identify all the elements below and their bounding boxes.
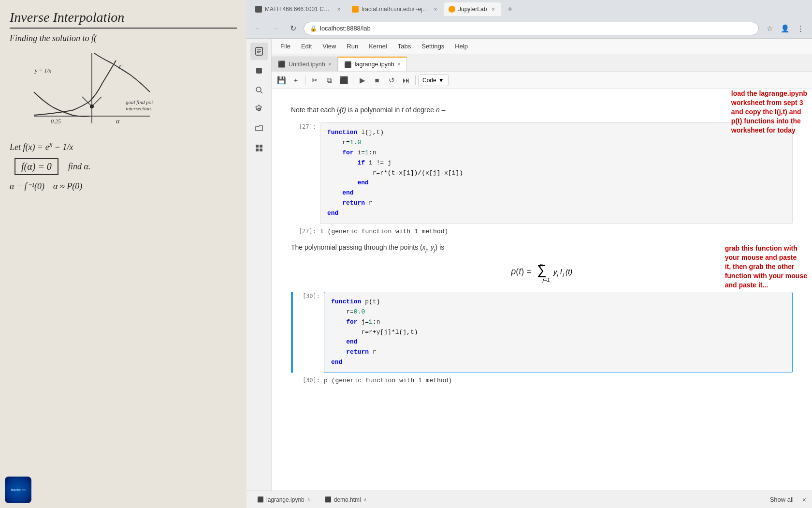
reload-button[interactable]: ↻ <box>286 22 300 35</box>
bookmark-button[interactable]: ☆ <box>763 22 776 35</box>
svg-point-16 <box>256 87 261 92</box>
bottom-tab-lagrange-arrow: ∧ <box>307 497 310 502</box>
svg-rect-18 <box>256 145 259 148</box>
menu-file[interactable]: File <box>276 41 295 52</box>
graph-svg: 0.25 α y = 1/x y= goal find poi intersec… <box>24 48 160 126</box>
active-cell-bar <box>291 292 293 373</box>
svg-rect-15 <box>256 68 262 74</box>
toolbar-add-button[interactable]: + <box>289 74 303 87</box>
bottom-bar: ⬛ lagrange.ipynb ∧ ⬛ demo.html ∧ Show al… <box>246 491 812 508</box>
toolbar-stop-button[interactable]: ■ <box>370 74 384 87</box>
sidebar-search-icon[interactable] <box>250 81 268 99</box>
svg-text:n: n <box>540 262 543 268</box>
menu-edit[interactable]: Edit <box>296 41 317 52</box>
formula-svg: ∑ j=1 n y j l j (t) <box>534 260 573 284</box>
toolbar-cut-button[interactable]: ✂ <box>308 74 321 87</box>
cell-27-number: [27]: <box>291 122 320 132</box>
sidebar-extensions-icon[interactable] <box>250 139 268 157</box>
tab-math-label: MATH 466.666.1001 Comb... <box>265 6 333 13</box>
menu-tabs[interactable]: Tabs <box>393 41 416 52</box>
cell-30-output-row: [30]: p (generic function with 1 method) <box>291 376 793 385</box>
menu-view[interactable]: View <box>318 41 341 52</box>
jupyter-menubar: File Edit View Run Kernel Tabs Settings … <box>272 39 812 54</box>
wb-finding: Finding the solution to f( <box>10 33 237 44</box>
toolbar-save-button[interactable]: 💾 <box>275 74 288 87</box>
annotation-top-right: load the lagrange.ipynb worksheet from s… <box>731 89 807 134</box>
sidebar-files-icon[interactable] <box>250 43 268 60</box>
svg-line-17 <box>261 91 262 93</box>
wb-box1: f(α) = 0 <box>14 158 58 175</box>
nb-tab-lagrange[interactable]: ⬛ lagrange.ipynb × <box>338 57 407 71</box>
annotation-middle-right: grab this function with your mouse and p… <box>725 244 807 289</box>
bottom-tab-lagrange-label: lagrange.ipynb <box>266 496 304 503</box>
show-all-button[interactable]: Show all <box>766 494 798 505</box>
graph-area: 0.25 α y = 1/x y= goal find poi intersec… <box>24 48 169 135</box>
tab-math-close[interactable]: × <box>335 6 342 13</box>
toolbar-separator-2 <box>353 75 353 85</box>
browser-titlebar: MATH 466.666.1001 Comb... × fractal.math… <box>246 0 812 18</box>
tab-fractal-favicon <box>352 6 359 13</box>
tab-jupyter[interactable]: JupyterLab × <box>444 2 501 16</box>
address-bar[interactable]: 🔒 localhost:8888/lab <box>304 22 759 35</box>
svg-text:j: j <box>562 271 565 277</box>
menu-help[interactable]: Help <box>450 41 473 52</box>
cell-27-output: l (generic function with 1 method) <box>320 227 448 236</box>
toolbar-cell-type-label: Code <box>422 77 436 84</box>
browser-actions: ☆ 👤 ⋮ <box>763 22 807 35</box>
profile-button[interactable]: 👤 <box>778 22 792 35</box>
sidebar-folder-icon[interactable] <box>250 120 268 137</box>
svg-text:α: α <box>116 118 120 125</box>
notebook-content[interactable]: Note that each lj(t) is a polynomial in … <box>272 89 812 491</box>
svg-text:(t): (t) <box>566 268 572 276</box>
cell-30-code[interactable]: function p(t) r=0.0 for j=1:n r=r+y[j]*l… <box>324 292 793 373</box>
whiteboard: Inverse Interpolation Finding the soluti… <box>0 0 246 508</box>
nb-tab-untitled-label: Untitled.ipynb <box>289 61 325 68</box>
tab-fractal[interactable]: fractal.math.unr.edu/~ejo... × <box>347 2 444 16</box>
forward-button[interactable]: → <box>269 22 282 35</box>
back-button[interactable]: ← <box>251 22 265 35</box>
svg-rect-21 <box>260 149 262 151</box>
cell-27-output-number: [27]: <box>291 227 320 236</box>
toolbar-paste-button[interactable]: ⬛ <box>337 74 350 87</box>
menu-kernel[interactable]: Kernel <box>364 41 392 52</box>
sidebar-stop-icon[interactable] <box>250 62 268 79</box>
menu-run[interactable]: Run <box>342 41 363 52</box>
toolbar-cell-type-dropdown[interactable]: Code ▼ <box>418 75 449 86</box>
nb-tab-lagrange-icon: ⬛ <box>344 61 352 68</box>
bottom-bar-close[interactable]: × <box>802 496 806 504</box>
toolbar-run-button[interactable]: ▶ <box>356 74 369 87</box>
bottom-tab-lagrange[interactable]: ⬛ lagrange.ipynb ∧ <box>252 494 315 505</box>
tab-jupyter-close[interactable]: × <box>490 6 496 13</box>
svg-text:l: l <box>560 268 562 276</box>
nb-tab-untitled-close[interactable]: × <box>328 61 332 68</box>
jupyter-toolbar: 💾 + ✂ ⧉ ⬛ ▶ ■ ↺ ⏭ Code ▼ <box>272 72 812 89</box>
svg-rect-20 <box>256 149 259 151</box>
toolbar-copy-button[interactable]: ⧉ <box>322 74 336 87</box>
sidebar-settings-icon[interactable] <box>250 101 268 118</box>
jupyter-container: File Edit View Run Kernel Tabs Settings … <box>246 39 812 491</box>
jupyter-main: File Edit View Run Kernel Tabs Settings … <box>272 39 812 491</box>
cell-27-output-row: [27]: l (generic function with 1 method) <box>291 227 793 236</box>
menu-settings[interactable]: Settings <box>417 41 449 52</box>
toolbar-separator-1 <box>305 75 305 85</box>
tab-fractal-label: fractal.math.unr.edu/~ejo... <box>362 6 429 13</box>
new-tab-button[interactable]: + <box>503 2 517 16</box>
toolbar-cell-type-arrow: ▼ <box>438 77 444 84</box>
toolbar-fastforward-button[interactable]: ⏭ <box>399 74 413 87</box>
tab-fractal-close[interactable]: × <box>432 6 439 13</box>
nb-tab-lagrange-close[interactable]: × <box>397 61 401 68</box>
fractal-logo: fractal.m <box>5 477 31 503</box>
bottom-tab-demo[interactable]: ⬛ demo.html ∧ <box>320 494 372 505</box>
tab-math[interactable]: MATH 466.666.1001 Comb... × <box>250 2 347 16</box>
cell-30-number: [30]: <box>295 292 324 373</box>
tab-jupyter-label: JupyterLab <box>458 6 487 13</box>
tab-math-favicon <box>255 6 262 13</box>
nb-tab-untitled[interactable]: ⬛ Untitled.ipynb × <box>272 57 338 71</box>
menu-button[interactable]: ⋮ <box>794 22 807 35</box>
notebook-text-1: Note that each lj(t) is a polynomial in … <box>291 105 793 117</box>
cell-27-code[interactable]: function l(j,t) r=1.0 for i=1:n if i != … <box>320 122 793 224</box>
notebook-text-2: The polynomial passing through the point… <box>291 242 793 254</box>
whiteboard-panel: Inverse Interpolation Finding the soluti… <box>0 0 246 508</box>
cell-30-output: p (generic function with 1 method) <box>324 376 452 385</box>
toolbar-restart-button[interactable]: ↺ <box>385 74 398 87</box>
